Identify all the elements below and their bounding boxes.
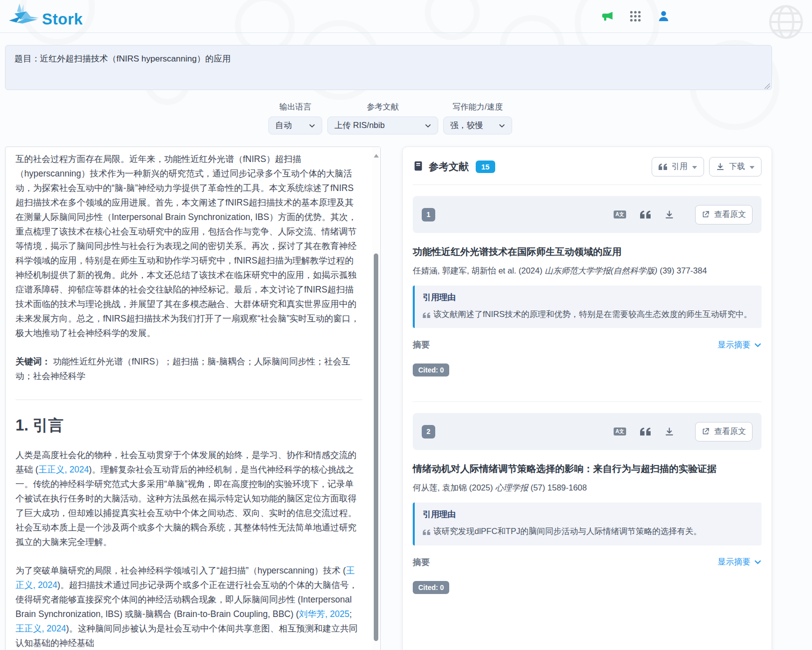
reference-authors: 何从莲, 袁加锦 (2025) 心理学报 (57) 1589-1608 xyxy=(413,481,762,494)
cite-button-label: 引用 xyxy=(672,162,688,172)
caret-down-icon xyxy=(692,166,697,169)
keywords-label: 关键词： xyxy=(15,356,50,366)
reference-title[interactable]: 情绪动机对人际情绪调节策略选择的影响：来自行为与超扫描的实验证据 xyxy=(413,462,762,476)
citation-reason-text: 该研究发现dlPFC和TPJ的脑间同步活动与人际情绪调节策略的选择有关。 xyxy=(423,524,754,538)
reason-text: 该文献阐述了fNIRS技术的原理和优势，特别是在需要较高生态效度的师生互动研究中… xyxy=(433,310,752,318)
reference-authors: 任婧涵, 郭建军, 胡新怡 et al. (2024) 山东师范大学学报(自然科… xyxy=(413,264,762,278)
scrollbar-thumb[interactable] xyxy=(374,254,378,641)
download-icon xyxy=(716,162,725,171)
citation-reason-title: 引用理由 xyxy=(423,292,754,303)
show-abstract-toggle[interactable]: 显示摘要 xyxy=(718,340,762,350)
output-language-select[interactable]: 自动 xyxy=(268,116,322,134)
writing-ability-value: 强，较慢 xyxy=(450,120,483,131)
references-source-select[interactable]: 上传 RIS/nbib xyxy=(327,116,438,134)
keywords-paragraph: 关键词： 功能性近红外光谱（fNIRS）；超扫描；脑-脑耦合；人际脑间同步性；社… xyxy=(15,354,362,384)
paragraph-text: ; xyxy=(349,609,352,619)
references-count-badge: 15 xyxy=(476,160,495,173)
references-title: 参考文献 xyxy=(429,160,469,174)
citation-link[interactable]: 刘华芳, 2025 xyxy=(299,609,349,619)
journal-name: 山东师范大学学报(自然科学版) xyxy=(545,266,658,275)
issue-pages: (39) 377-384 xyxy=(658,266,707,275)
output-language-value: 自动 xyxy=(275,120,292,131)
cited-count-badge: Cited: 0 xyxy=(413,581,449,594)
references-source-label: 参考文献 xyxy=(367,102,399,112)
references-header: 参考文献 15 引用 下载 xyxy=(413,147,762,185)
reference-item-toolbar: 1 A文 查看原文 xyxy=(413,196,762,233)
app-header: Stork xyxy=(0,0,812,33)
quote-icon xyxy=(423,530,430,535)
authors-text: 何从莲, 袁加锦 (2025) xyxy=(413,483,495,492)
reference-item: 2 A文 查看原文 xyxy=(413,402,762,618)
translate-icon[interactable]: A文 xyxy=(614,210,626,218)
issue-pages: (57) 1589-1608 xyxy=(528,483,587,492)
citation-reason-box: 引用理由 该文献阐述了fNIRS技术的原理和优势，特别是在需要较高生态效度的师生… xyxy=(413,286,762,328)
paragraph-text: )。理解复杂社会互动背后的神经机制，是当代神经科学的核心挑战之一。传统的神经科学… xyxy=(15,464,357,547)
chevron-down-icon xyxy=(499,124,505,128)
user-account-icon[interactable] xyxy=(657,10,670,23)
abstract-label: 摘要 xyxy=(413,339,430,350)
reference-number-badge: 1 xyxy=(422,208,435,222)
document-editor-panel[interactable]: 互的社会过程方面存在局限。近年来，功能性近红外光谱（fNIRS）超扫描（hype… xyxy=(5,146,381,650)
scrollbar-up-arrow[interactable] xyxy=(374,154,379,158)
show-abstract-label: 显示摘要 xyxy=(718,556,751,568)
paragraph-text: )。这种脑间同步被认为是社会互动中个体间共享意图、相互预测和建立共同认知基础的神… xyxy=(15,624,357,648)
download-button-label: 下载 xyxy=(729,162,745,172)
cite-quote-icon[interactable] xyxy=(640,428,651,436)
reference-item-toolbar: 2 A文 查看原文 xyxy=(413,413,762,450)
apps-grid-icon[interactable] xyxy=(629,10,642,23)
citation-reason-title: 引用理由 xyxy=(423,509,754,520)
external-link-icon xyxy=(702,210,710,218)
quote-icon xyxy=(423,312,430,318)
abstract-paragraph: 互的社会过程方面存在局限。近年来，功能性近红外光谱（fNIRS）超扫描（hype… xyxy=(15,152,362,340)
reference-title[interactable]: 功能性近红外光谱技术在国际师生互动领域的应用 xyxy=(413,245,762,260)
stork-bird-icon xyxy=(8,3,40,30)
caret-down-icon xyxy=(750,166,755,169)
writing-ability-select[interactable]: 强，较慢 xyxy=(443,116,512,134)
view-original-label: 查看原文 xyxy=(714,426,746,437)
translate-icon[interactable]: A文 xyxy=(614,428,626,436)
writing-ability-label: 写作能力/速度 xyxy=(453,102,503,112)
show-abstract-toggle[interactable]: 显示摘要 xyxy=(718,556,762,568)
view-original-button[interactable]: 查看原文 xyxy=(695,205,753,224)
scrollbar-track[interactable] xyxy=(372,147,380,650)
citation-reason-text: 该文献阐述了fNIRS技术的原理和优势，特别是在需要较高生态效度的师生互动研究中… xyxy=(423,308,754,321)
reference-item: 1 A文 查看原文 xyxy=(413,185,762,402)
view-original-button[interactable]: 查看原文 xyxy=(695,422,753,442)
section-heading: 1. 引言 xyxy=(15,415,362,436)
brand-name: Stork xyxy=(42,12,83,30)
citation-reason-box: 引用理由 该研究发现dlPFC和TPJ的脑间同步活动与人际情绪调节策略的选择有关… xyxy=(413,502,762,546)
cite-dropdown-button[interactable]: 引用 xyxy=(652,157,704,176)
abstract-label: 摘要 xyxy=(413,556,430,568)
textarea-resize-handle[interactable] xyxy=(765,84,770,89)
external-link-icon xyxy=(702,428,710,436)
intro-paragraph-1: 人类是高度社会化的物种，社会互动贯穿于个体发展的始终，是学习、协作和情感交流的基… xyxy=(15,448,362,550)
reason-text: 该研究发现dlPFC和TPJ的脑间同步活动与人际情绪调节策略的选择有关。 xyxy=(433,526,702,536)
download-icon[interactable] xyxy=(665,210,674,220)
paper-title-input[interactable]: 题目：近红外超扫描技术（fNIRS hyperscanning）的应用 xyxy=(5,45,772,90)
output-language-label: 输出语言 xyxy=(279,102,311,112)
citation-link[interactable]: 王正义, 2024 xyxy=(38,464,89,474)
section-divider xyxy=(15,400,362,400)
chevron-down-icon xyxy=(754,342,762,348)
references-panel: 参考文献 15 引用 下载 1 xyxy=(402,146,772,650)
quote-icon xyxy=(659,164,667,170)
journal-name: 心理学报 xyxy=(495,483,528,492)
show-abstract-label: 显示摘要 xyxy=(718,340,751,350)
view-original-label: 查看原文 xyxy=(714,210,746,220)
paragraph-text: 为了突破单脑研究的局限，社会神经科学领域引入了“超扫描”（hyperscanni… xyxy=(15,566,346,576)
book-icon xyxy=(413,160,424,174)
download-dropdown-button[interactable]: 下载 xyxy=(709,157,762,176)
chevron-down-icon xyxy=(309,124,315,128)
keywords-text: 功能性近红外光谱（fNIRS）；超扫描；脑-脑耦合；人际脑间同步性；社会互动；社… xyxy=(15,356,350,381)
citation-link[interactable]: 王正义, 2024 xyxy=(15,624,66,634)
chevron-down-icon xyxy=(425,124,431,128)
cited-count-badge: Cited: 0 xyxy=(413,364,449,376)
reference-number-badge: 2 xyxy=(422,425,435,438)
brand-logo[interactable]: Stork xyxy=(8,3,83,30)
intro-paragraph-2: 为了突破单脑研究的局限，社会神经科学领域引入了“超扫描”（hyperscanni… xyxy=(15,564,362,650)
chevron-down-icon xyxy=(754,560,762,564)
download-icon[interactable] xyxy=(665,427,674,436)
references-source-value: 上传 RIS/nbib xyxy=(334,120,385,131)
announcements-megaphone-icon[interactable] xyxy=(601,10,614,23)
cite-quote-icon[interactable] xyxy=(640,210,651,218)
